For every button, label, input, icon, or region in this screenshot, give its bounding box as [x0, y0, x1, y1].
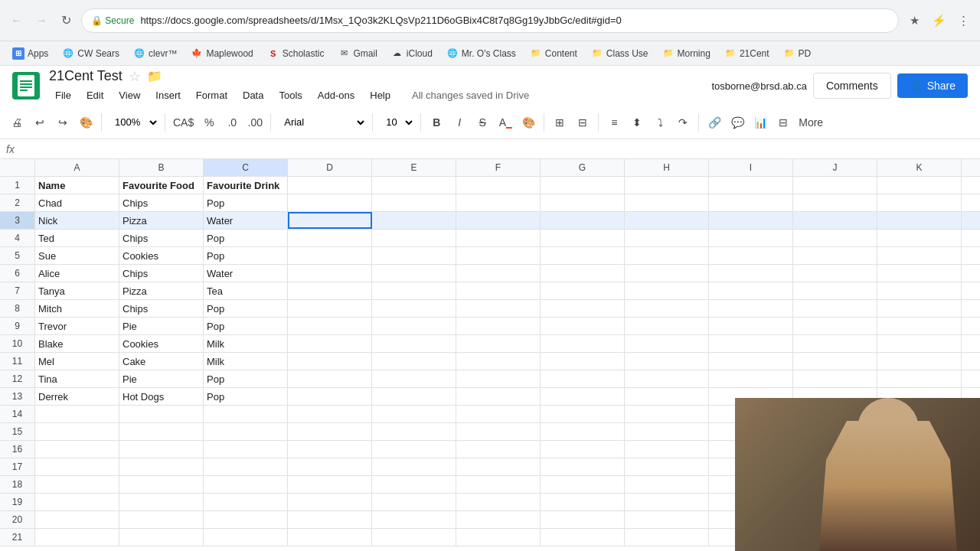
cell-e16[interactable]	[372, 441, 456, 458]
cell-c13[interactable]: Pop	[204, 388, 288, 405]
cell-e7[interactable]	[372, 282, 456, 299]
cell-e10[interactable]	[372, 335, 456, 352]
cell-a13[interactable]: Derrek	[35, 388, 119, 405]
bookmark-class-use[interactable]: 📁 Class Use	[585, 44, 655, 63]
cell-h18[interactable]	[625, 476, 709, 493]
cell-c19[interactable]	[204, 494, 288, 510]
cell-b12[interactable]: Pie	[119, 370, 204, 387]
cell-h15[interactable]	[625, 423, 709, 440]
row-num-10[interactable]: 10	[0, 335, 35, 352]
row-num-19[interactable]: 19	[0, 494, 35, 510]
bookmark-content[interactable]: 📁 Content	[524, 44, 583, 63]
col-header-f[interactable]: F	[456, 159, 541, 176]
cell-d18[interactable]	[288, 476, 372, 493]
cell-b11[interactable]: Cake	[119, 353, 204, 370]
row-num-16[interactable]: 16	[0, 441, 35, 458]
merge-button[interactable]: ⊟	[572, 112, 593, 133]
cell-e11[interactable]	[372, 353, 456, 370]
cell-e20[interactable]	[372, 511, 456, 528]
cell-a14[interactable]	[35, 406, 119, 422]
cell-e9[interactable]	[372, 318, 456, 334]
cell-h9[interactable]	[625, 318, 709, 334]
cell-k10[interactable]	[877, 335, 962, 352]
cell-k7[interactable]	[877, 282, 962, 299]
cell-i7[interactable]	[709, 282, 793, 299]
cell-b6[interactable]: Chips	[119, 265, 204, 282]
cell-f16[interactable]	[456, 441, 541, 458]
insert-chart-button[interactable]: 📊	[750, 112, 771, 133]
cell-f7[interactable]	[456, 282, 541, 299]
cell-b8[interactable]: Chips	[119, 300, 204, 317]
row-num-8[interactable]: 8	[0, 300, 35, 317]
bookmark-apps[interactable]: ⊞ Apps	[6, 44, 54, 63]
cell-f20[interactable]	[456, 511, 541, 528]
cell-e14[interactable]	[372, 406, 456, 422]
cell-h10[interactable]	[625, 335, 709, 352]
cell-a16[interactable]	[35, 441, 119, 458]
cell-f17[interactable]	[456, 458, 541, 475]
cell-b10[interactable]: Cookies	[119, 335, 204, 352]
col-header-d[interactable]: D	[288, 159, 372, 176]
cell-e5[interactable]	[372, 247, 456, 264]
currency-button[interactable]: CA$	[170, 112, 197, 133]
cell-i6[interactable]	[709, 265, 793, 282]
cell-c14[interactable]	[204, 406, 288, 422]
cell-k9[interactable]	[877, 318, 962, 334]
cell-h16[interactable]	[625, 441, 709, 458]
cell-d19[interactable]	[288, 494, 372, 510]
bookmark-21cent[interactable]: 📁 21Cent	[718, 44, 776, 63]
cell-i1[interactable]	[709, 177, 793, 194]
cell-g1[interactable]	[541, 177, 625, 194]
cell-g18[interactable]	[541, 476, 625, 493]
star-button[interactable]: ☆	[129, 68, 141, 85]
cell-d12[interactable]	[288, 370, 372, 387]
cell-j12[interactable]	[793, 370, 877, 387]
font-select[interactable]: Arial	[276, 112, 368, 133]
cell-h12[interactable]	[625, 370, 709, 387]
cell-c4[interactable]: Pop	[204, 230, 288, 246]
forward-button[interactable]: →	[31, 10, 52, 31]
back-button[interactable]: ←	[6, 10, 28, 31]
cell-k4[interactable]	[877, 230, 962, 246]
menu-data[interactable]: Data	[237, 86, 270, 104]
row-num-17[interactable]: 17	[0, 458, 35, 475]
cell-g17[interactable]	[541, 458, 625, 475]
decimal-decrease-button[interactable]: .0	[221, 112, 243, 133]
cell-i12[interactable]	[709, 370, 793, 387]
cell-c2[interactable]: Pop	[204, 194, 288, 211]
cell-c21[interactable]	[204, 529, 288, 546]
cell-a17[interactable]	[35, 458, 119, 475]
cell-a7[interactable]: Tanya	[35, 282, 119, 299]
bold-button[interactable]: B	[426, 112, 447, 133]
cell-i10[interactable]	[709, 335, 793, 352]
font-size-select[interactable]: 10	[377, 112, 416, 133]
cell-b17[interactable]	[119, 458, 204, 475]
cell-b16[interactable]	[119, 441, 204, 458]
cell-h3[interactable]	[625, 212, 709, 229]
cell-g14[interactable]	[541, 406, 625, 422]
cell-h6[interactable]	[625, 265, 709, 282]
cell-b21[interactable]	[119, 529, 204, 546]
share-button[interactable]: 👤 Share	[897, 73, 968, 98]
cell-d8[interactable]	[288, 300, 372, 317]
cell-c20[interactable]	[204, 511, 288, 528]
cell-f3[interactable]	[456, 212, 541, 229]
filter-button[interactable]: ⊟	[773, 112, 794, 133]
cell-b20[interactable]	[119, 511, 204, 528]
row-num-5[interactable]: 5	[0, 247, 35, 264]
rotate-button[interactable]: ↷	[672, 112, 694, 133]
cell-f8[interactable]	[456, 300, 541, 317]
cell-d7[interactable]	[288, 282, 372, 299]
bookmark-icloud[interactable]: ☁ iCloud	[385, 44, 439, 63]
cell-b19[interactable]	[119, 494, 204, 510]
cell-d21[interactable]	[288, 529, 372, 546]
undo-button[interactable]: ↩	[29, 112, 51, 133]
decimal-increase-button[interactable]: .00	[244, 112, 266, 133]
row-num-7[interactable]: 7	[0, 282, 35, 299]
cell-c10[interactable]: Milk	[204, 335, 288, 352]
cell-d4[interactable]	[288, 230, 372, 246]
insert-link-button[interactable]: 🔗	[704, 112, 725, 133]
bookmark-button[interactable]: ★	[903, 10, 925, 31]
cell-b7[interactable]: Pizza	[119, 282, 204, 299]
row-num-6[interactable]: 6	[0, 265, 35, 282]
